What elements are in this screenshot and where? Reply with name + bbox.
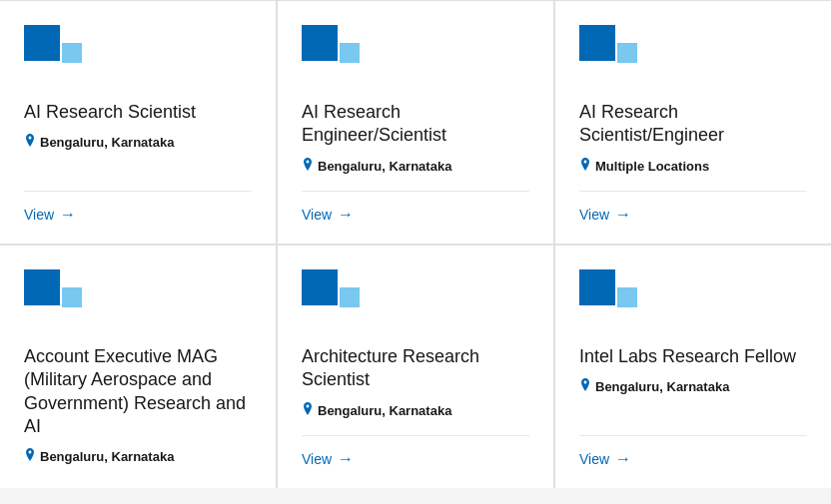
- arrow-icon: →: [338, 450, 354, 468]
- job-location: Bengaluru, Karnataka: [579, 378, 807, 395]
- location-icon: [302, 402, 314, 419]
- intel-logo: [302, 269, 372, 329]
- svg-rect-5: [617, 43, 637, 63]
- job-card-2: AI Research Engineer/Scientist Bengaluru…: [278, 1, 553, 244]
- job-title: AI Research Scientist: [24, 101, 252, 124]
- view-link[interactable]: View→: [579, 450, 807, 468]
- view-label: View: [302, 451, 332, 467]
- job-location: Bengaluru, Karnataka: [302, 402, 529, 419]
- location-text: Multiple Locations: [595, 159, 709, 174]
- svg-rect-2: [302, 25, 338, 61]
- location-text: Bengaluru, Karnataka: [40, 135, 174, 150]
- job-title: AI Research Engineer/Scientist: [302, 101, 529, 148]
- svg-rect-8: [302, 269, 338, 305]
- svg-rect-11: [617, 287, 637, 307]
- arrow-icon: →: [60, 206, 76, 224]
- arrow-icon: →: [615, 206, 631, 224]
- location-icon: [579, 378, 591, 395]
- location-text: Bengaluru, Karnataka: [40, 449, 174, 464]
- arrow-icon: →: [615, 450, 631, 468]
- svg-rect-7: [62, 287, 82, 307]
- job-card-1: AI Research Scientist Bengaluru, Karnata…: [0, 1, 276, 244]
- card-footer: View→: [302, 435, 529, 468]
- location-text: Bengaluru, Karnataka: [318, 403, 451, 418]
- svg-rect-1: [62, 43, 82, 63]
- view-label: View: [24, 207, 54, 223]
- job-title: AI Research Scientist/Engineer: [579, 101, 807, 148]
- svg-rect-3: [340, 43, 360, 63]
- arrow-icon: →: [338, 206, 354, 224]
- job-location: Bengaluru, Karnataka: [302, 158, 529, 175]
- intel-logo: [24, 269, 94, 329]
- card-footer: View→: [579, 435, 807, 468]
- job-title: Account Executive MAG (Military Aerospac…: [24, 345, 252, 439]
- card-footer: View→: [24, 191, 252, 224]
- job-card-4: Account Executive MAG (Military Aerospac…: [0, 246, 276, 488]
- intel-logo: [24, 25, 94, 85]
- view-link[interactable]: View→: [24, 206, 252, 224]
- location-text: Bengaluru, Karnataka: [595, 379, 729, 394]
- card-footer: View→: [302, 191, 529, 224]
- job-location: Bengaluru, Karnataka: [24, 134, 252, 151]
- card-footer: View→: [579, 191, 807, 224]
- view-label: View: [579, 451, 609, 467]
- view-label: View: [579, 207, 609, 223]
- svg-rect-10: [579, 269, 615, 305]
- intel-logo: [579, 269, 649, 329]
- job-title: Architecture Research Scientist: [302, 345, 529, 392]
- view-link[interactable]: View→: [302, 206, 529, 224]
- view-link[interactable]: View→: [579, 206, 807, 224]
- location-text: Bengaluru, Karnataka: [318, 159, 451, 174]
- svg-rect-9: [340, 287, 360, 307]
- job-title: Intel Labs Research Fellow: [579, 345, 807, 368]
- location-icon: [24, 134, 36, 151]
- location-icon: [24, 448, 36, 465]
- job-cards-grid: AI Research Scientist Bengaluru, Karnata…: [0, 0, 831, 488]
- intel-logo: [302, 25, 372, 85]
- view-label: View: [302, 207, 332, 223]
- intel-logo: [579, 25, 649, 85]
- location-icon: [302, 158, 314, 175]
- job-location: Bengaluru, Karnataka: [24, 448, 252, 465]
- job-location: Multiple Locations: [579, 158, 807, 175]
- job-card-5: Architecture Research Scientist Bengalur…: [278, 246, 553, 488]
- view-link[interactable]: View→: [302, 450, 529, 468]
- location-icon: [579, 158, 591, 175]
- svg-rect-0: [24, 25, 60, 61]
- svg-rect-4: [579, 25, 615, 61]
- job-card-3: AI Research Scientist/Engineer Multiple …: [555, 1, 831, 244]
- svg-rect-6: [24, 269, 60, 305]
- job-card-6: Intel Labs Research Fellow Bengaluru, Ka…: [555, 246, 831, 488]
